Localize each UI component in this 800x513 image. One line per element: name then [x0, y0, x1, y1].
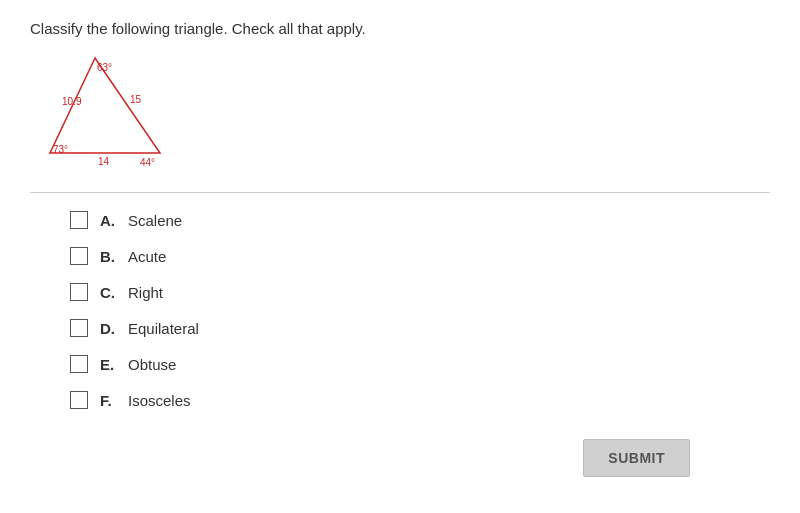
submit-area: SUBMIT [30, 439, 770, 477]
side-bottom-label: 14 [98, 156, 110, 167]
triangle-diagram: 63° 73° 44° 10.9 15 14 [30, 53, 770, 176]
option-item-a: A. Scalene [70, 211, 770, 229]
option-item-d: D. Equilateral [70, 319, 770, 337]
option-item-b: B. Acute [70, 247, 770, 265]
option-letter-a: A. [100, 212, 120, 229]
option-label-e: Obtuse [128, 356, 176, 373]
option-item-e: E. Obtuse [70, 355, 770, 373]
checkbox-d[interactable] [70, 319, 88, 337]
option-label-a: Scalene [128, 212, 182, 229]
option-letter-e: E. [100, 356, 120, 373]
checkbox-c[interactable] [70, 283, 88, 301]
option-letter-b: B. [100, 248, 120, 265]
option-letter-f: F. [100, 392, 120, 409]
checkbox-f[interactable] [70, 391, 88, 409]
option-label-c: Right [128, 284, 163, 301]
checkbox-e[interactable] [70, 355, 88, 373]
triangle-svg: 63° 73° 44° 10.9 15 14 [40, 53, 190, 173]
side-left-label: 10.9 [62, 96, 82, 107]
option-letter-d: D. [100, 320, 120, 337]
side-right-label: 15 [130, 94, 142, 105]
option-label-d: Equilateral [128, 320, 199, 337]
angle-top: 63° [97, 62, 112, 73]
option-label-f: Isosceles [128, 392, 191, 409]
angle-bottom-right: 44° [140, 157, 155, 168]
divider [30, 192, 770, 193]
question-text: Classify the following triangle. Check a… [30, 20, 770, 37]
option-item-f: F. Isosceles [70, 391, 770, 409]
options-list: A. Scalene B. Acute C. Right D. Equilate… [30, 211, 770, 409]
checkbox-b[interactable] [70, 247, 88, 265]
option-label-b: Acute [128, 248, 166, 265]
option-item-c: C. Right [70, 283, 770, 301]
page-container: Classify the following triangle. Check a… [0, 0, 800, 497]
submit-button[interactable]: SUBMIT [583, 439, 690, 477]
angle-bottom-left: 73° [53, 144, 68, 155]
checkbox-a[interactable] [70, 211, 88, 229]
option-letter-c: C. [100, 284, 120, 301]
